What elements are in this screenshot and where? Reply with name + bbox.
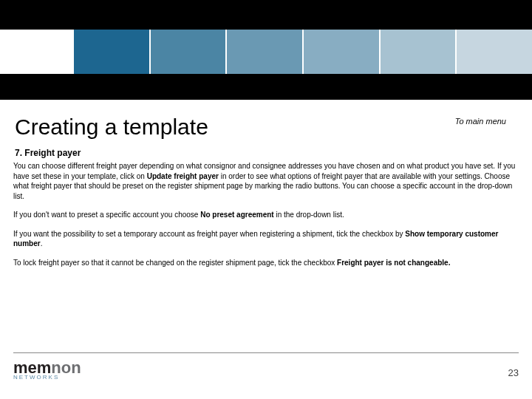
band-black-bottom (0, 74, 532, 100)
logo: memnon NETWORKS (13, 361, 117, 381)
paragraph-2: If you don't want to preset a specific a… (13, 210, 519, 220)
footer-divider (13, 352, 519, 353)
p3-text-a: If you want the possibility to set a tem… (13, 230, 405, 238)
paragraph-1: You can choose different freight payer d… (13, 161, 519, 201)
header-band (0, 0, 532, 103)
paragraph-3: If you want the possibility to set a tem… (13, 229, 519, 249)
p4-bold: Freight payer is not changeable. (337, 259, 450, 267)
main-menu-link[interactable]: To main menu (455, 117, 506, 126)
page-title: Creating a template (15, 115, 517, 140)
slide: Creating a template To main menu 7. Frei… (0, 0, 532, 399)
p3-text-c: . (41, 239, 43, 248)
p2-bold: No preset agreement (200, 211, 273, 219)
title-area: Creating a template (15, 115, 517, 140)
p1-bold: Update freight payer (147, 172, 219, 180)
p4-text-a: To lock freight payer so that it cannot … (13, 259, 337, 267)
paragraph-4: To lock freight payer so that it cannot … (13, 258, 519, 268)
band-black-top (0, 0, 532, 30)
body-text: You can choose different freight payer d… (13, 161, 519, 276)
p2-text-c: in the drop-down list. (274, 211, 344, 219)
section-subheading: 7. Freight payer (15, 148, 81, 158)
page-number: 23 (508, 367, 519, 378)
p2-text-a: If you don't want to preset a specific a… (13, 211, 200, 219)
